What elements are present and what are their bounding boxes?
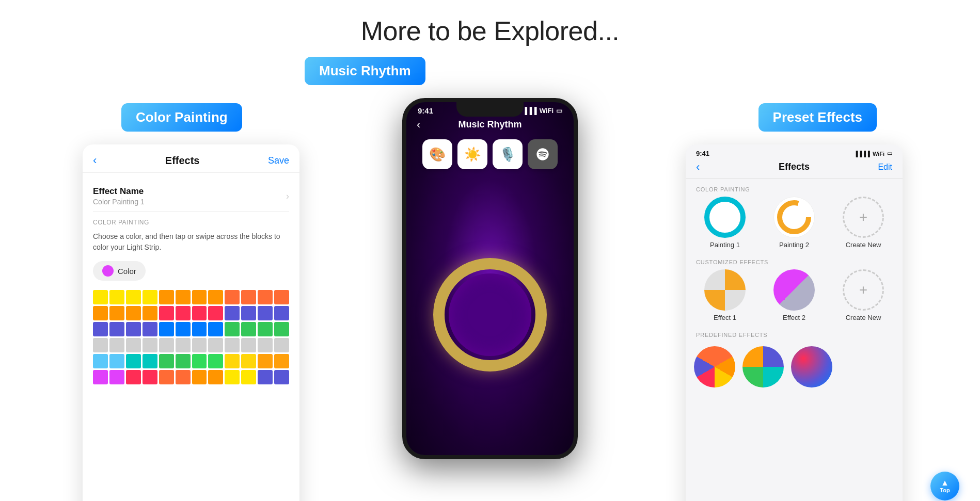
color-cell-3-5[interactable]	[176, 338, 191, 352]
color-cell-0-1[interactable]	[109, 290, 124, 304]
tab-color[interactable]: 🎨	[422, 139, 452, 169]
color-cell-1-2[interactable]	[126, 306, 141, 320]
painting2-item[interactable]: Painting 2	[763, 197, 825, 249]
preset-effects-label: Preset Effects	[758, 103, 877, 132]
color-cell-0-8[interactable]	[225, 290, 240, 304]
edit-button[interactable]: Edit	[878, 163, 892, 172]
create-new-effect-item[interactable]: + Create New	[832, 269, 894, 321]
predef-effect3[interactable]	[791, 346, 832, 387]
painting1-item[interactable]: Painting 1	[694, 197, 756, 249]
color-cell-2-8[interactable]	[225, 322, 240, 336]
effect2-item[interactable]: Effect 2	[763, 269, 825, 321]
color-cell-3-9[interactable]	[241, 338, 256, 352]
color-cell-4-2[interactable]	[126, 354, 141, 368]
tab-spotify[interactable]	[528, 139, 558, 169]
color-cell-4-10[interactable]	[258, 354, 273, 368]
color-cell-0-5[interactable]	[176, 290, 191, 304]
phone-nav-title: Music Rhythm	[458, 119, 521, 130]
color-cell-3-0[interactable]	[93, 338, 108, 352]
color-cell-1-4[interactable]	[159, 306, 174, 320]
effect1-item[interactable]: Effect 1	[694, 269, 756, 321]
save-button[interactable]: Save	[268, 155, 289, 166]
color-cell-0-9[interactable]	[241, 290, 256, 304]
color-cell-0-7[interactable]	[208, 290, 223, 304]
color-cell-5-10[interactable]	[258, 370, 273, 384]
color-cell-5-7[interactable]	[208, 370, 223, 384]
color-cell-1-1[interactable]	[109, 306, 124, 320]
predef-effect1[interactable]	[694, 346, 735, 387]
color-cell-5-1[interactable]	[109, 370, 124, 384]
tab-microphone[interactable]: 🎙️	[493, 139, 523, 169]
color-cell-0-10[interactable]	[258, 290, 273, 304]
color-cell-0-0[interactable]	[93, 290, 108, 304]
color-cell-3-3[interactable]	[143, 338, 157, 352]
color-cell-4-3[interactable]	[143, 354, 157, 368]
color-cell-1-9[interactable]	[241, 306, 256, 320]
color-cell-0-2[interactable]	[126, 290, 141, 304]
color-cell-1-8[interactable]	[225, 306, 240, 320]
back-icon[interactable]: ‹	[93, 154, 97, 167]
color-cell-5-2[interactable]	[126, 370, 141, 384]
color-cell-5-0[interactable]	[93, 370, 108, 384]
color-cell-5-3[interactable]	[143, 370, 157, 384]
color-cell-4-9[interactable]	[241, 354, 256, 368]
tab-brightness[interactable]: ☀️	[457, 139, 487, 169]
color-cell-4-11[interactable]	[274, 354, 289, 368]
create-new-effect-circle[interactable]: +	[843, 269, 884, 311]
color-cell-2-6[interactable]	[192, 322, 207, 336]
color-cell-2-4[interactable]	[159, 322, 174, 336]
color-cell-3-7[interactable]	[208, 338, 223, 352]
color-cell-1-5[interactable]	[176, 306, 191, 320]
color-cell-5-8[interactable]	[225, 370, 240, 384]
color-cell-4-5[interactable]	[176, 354, 191, 368]
create-new-painting-circle[interactable]: +	[843, 197, 884, 238]
color-cell-4-4[interactable]	[159, 354, 174, 368]
color-cell-5-9[interactable]	[241, 370, 256, 384]
right-status-time: 9:41	[696, 150, 709, 157]
music-visual	[406, 174, 574, 455]
color-cell-2-1[interactable]	[109, 322, 124, 336]
color-cell-5-5[interactable]	[176, 370, 191, 384]
color-cell-2-11[interactable]	[274, 322, 289, 336]
color-cell-0-3[interactable]	[143, 290, 157, 304]
color-cell-4-0[interactable]	[93, 354, 108, 368]
color-button[interactable]: Color	[93, 261, 146, 281]
color-cell-3-8[interactable]	[225, 338, 240, 352]
color-cell-2-7[interactable]	[208, 322, 223, 336]
right-back-icon[interactable]: ‹	[696, 160, 700, 174]
color-cell-2-3[interactable]	[143, 322, 157, 336]
color-cell-1-3[interactable]	[143, 306, 157, 320]
color-cell-3-2[interactable]	[126, 338, 141, 352]
color-cell-1-10[interactable]	[258, 306, 273, 320]
phone-background: 9:41 ▐▐▐ WiFi ▭ ‹ Music Rhythm 🎨 ☀️ �	[406, 102, 574, 455]
color-cell-2-9[interactable]	[241, 322, 256, 336]
scroll-top-button[interactable]: ▲ Top	[930, 472, 959, 500]
color-cell-1-0[interactable]	[93, 306, 108, 320]
color-cell-3-4[interactable]	[159, 338, 174, 352]
color-cell-0-4[interactable]	[159, 290, 174, 304]
color-cell-2-10[interactable]	[258, 322, 273, 336]
color-cell-5-6[interactable]	[192, 370, 207, 384]
create-new-painting-item[interactable]: + Create New	[832, 197, 894, 249]
color-cell-4-8[interactable]	[225, 354, 240, 368]
color-cell-1-6[interactable]	[192, 306, 207, 320]
color-cell-4-1[interactable]	[109, 354, 124, 368]
color-cell-2-0[interactable]	[93, 322, 108, 336]
color-cell-4-7[interactable]	[208, 354, 223, 368]
color-cell-2-5[interactable]	[176, 322, 191, 336]
color-cell-5-4[interactable]	[159, 370, 174, 384]
color-cell-0-11[interactable]	[274, 290, 289, 304]
color-cell-3-10[interactable]	[258, 338, 273, 352]
phone-back-icon[interactable]: ‹	[417, 118, 420, 132]
color-cell-5-11[interactable]	[274, 370, 289, 384]
color-cell-1-11[interactable]	[274, 306, 289, 320]
color-cell-3-11[interactable]	[274, 338, 289, 352]
color-cell-3-6[interactable]	[192, 338, 207, 352]
predef-effect2[interactable]	[742, 346, 784, 387]
color-cell-3-1[interactable]	[109, 338, 124, 352]
color-cell-0-6[interactable]	[192, 290, 207, 304]
color-cell-4-6[interactable]	[192, 354, 207, 368]
color-cell-2-2[interactable]	[126, 322, 141, 336]
effect-name-row[interactable]: Effect Name Color Painting 1 ›	[93, 181, 289, 212]
color-cell-1-7[interactable]	[208, 306, 223, 320]
